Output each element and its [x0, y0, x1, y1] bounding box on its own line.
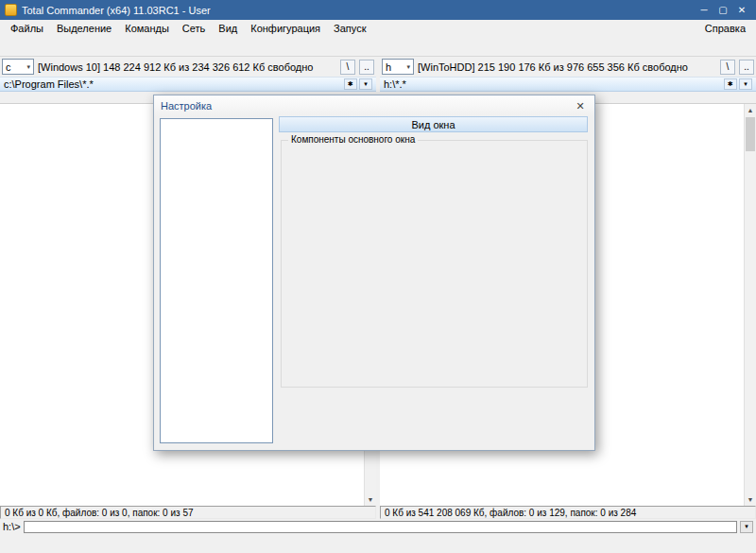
history-icon[interactable]: ▾ [739, 78, 752, 90]
total-commander-window: Total Commander (x64) 11.03RC1 - User ─▢… [0, 0, 756, 553]
menu-bar: ФайлыВыделениеКомандыСетьВидКонфигурация… [0, 20, 756, 36]
history-icon[interactable]: ▾ [359, 78, 372, 90]
menu-item-help[interactable]: Справка [698, 23, 752, 34]
settings-page-title: Вид окна [279, 116, 588, 132]
right-scrollbar[interactable]: ▲ ▼ [744, 104, 756, 506]
components-group-label: Компоненты основного окна [288, 134, 418, 145]
left-root-button[interactable]: \ [340, 60, 355, 75]
menu-item-2[interactable]: Команды [118, 23, 176, 34]
favorites-icon[interactable]: ✱ [724, 78, 737, 90]
right-drive-letter: h [386, 61, 391, 73]
menu-item-6[interactable]: Запуск [327, 23, 372, 34]
toolbar [0, 36, 756, 57]
close-icon[interactable]: ✕ [732, 1, 751, 19]
window-controls: ─▢✕ [695, 1, 751, 19]
right-path-buttons: ✱ ▾ [722, 78, 752, 90]
menu-item-1[interactable]: Выделение [50, 23, 118, 34]
right-drive-info: [WinToHDD] 215 190 176 Кб из 976 655 356… [418, 61, 716, 73]
function-key-bar [0, 534, 756, 553]
app-logo-icon [5, 4, 17, 16]
settings-page: Вид окна Компоненты основного окна [279, 116, 588, 450]
right-root-button[interactable]: \ [720, 60, 735, 75]
command-input[interactable] [24, 521, 737, 533]
right-current-path: h:\*.* [384, 78, 406, 90]
left-path-bar[interactable]: c:\Program Files\*.* ✱ ▾ [0, 77, 376, 92]
favorites-icon[interactable]: ✱ [344, 78, 357, 90]
settings-category-list [160, 118, 273, 443]
menu-items: ФайлыВыделениеКомандыСетьВидКонфигурация… [4, 23, 372, 34]
chevron-down-icon: ▾ [406, 63, 410, 71]
scroll-down-icon[interactable]: ▼ [745, 493, 756, 506]
maximize-icon[interactable]: ▢ [713, 1, 732, 19]
minimize-icon[interactable]: ─ [695, 1, 713, 19]
scroll-down-icon[interactable]: ▼ [365, 493, 376, 506]
chevron-down-icon: ▾ [26, 63, 30, 71]
menu-item-3[interactable]: Сеть [176, 23, 212, 34]
menu-item-0[interactable]: Файлы [4, 23, 50, 34]
right-drive-combo[interactable]: h ▾ [382, 59, 414, 75]
left-drive-bar: c ▾ [Windows 10] 148 224 912 Кб из 234 3… [0, 57, 376, 77]
left-drive-info: [Windows 10] 148 224 912 Кб из 234 326 6… [38, 61, 336, 73]
dialog-title: Настройка [161, 100, 212, 112]
left-drive-letter: c [6, 61, 11, 73]
scroll-up-icon[interactable]: ▲ [745, 104, 756, 116]
menu-item-4[interactable]: Вид [212, 23, 244, 34]
right-updir-button[interactable]: .. [739, 60, 754, 75]
command-prompt: h:\> [3, 521, 21, 532]
right-drive-bar: h ▾ [WinToHDD] 215 190 176 Кб из 976 655… [380, 57, 756, 77]
command-history-dropdown[interactable]: ▾ [740, 521, 753, 533]
left-drive-combo[interactable]: c ▾ [2, 59, 34, 75]
dialog-title-bar: Настройка ✕ [154, 95, 594, 116]
right-status-bar: 0 Кб из 541 208 069 Кб, файлов: 0 из 129… [380, 506, 756, 519]
window-components-group [281, 140, 588, 388]
scrollbar-thumb[interactable] [746, 117, 755, 151]
left-current-path: c:\Program Files\*.* [4, 78, 94, 90]
left-status-bar: 0 Кб из 0 Кб, файлов: 0 из 0, папок: 0 и… [0, 506, 376, 519]
left-path-buttons: ✱ ▾ [342, 78, 372, 90]
command-line-row: h:\> ▾ [0, 519, 756, 534]
chevron-down-icon: ▾ [745, 523, 748, 530]
title-bar: Total Commander (x64) 11.03RC1 - User ─▢… [0, 0, 756, 20]
dialog-close-icon[interactable]: ✕ [573, 100, 588, 112]
settings-dialog: Настройка ✕ Вид окна Компоненты основног… [153, 95, 595, 451]
left-updir-button[interactable]: .. [359, 60, 374, 75]
window-title: Total Commander (x64) 11.03RC1 - User [22, 5, 211, 16]
menu-item-5[interactable]: Конфигурация [244, 23, 327, 34]
right-path-bar[interactable]: h:\*.* ✱ ▾ [380, 77, 756, 92]
